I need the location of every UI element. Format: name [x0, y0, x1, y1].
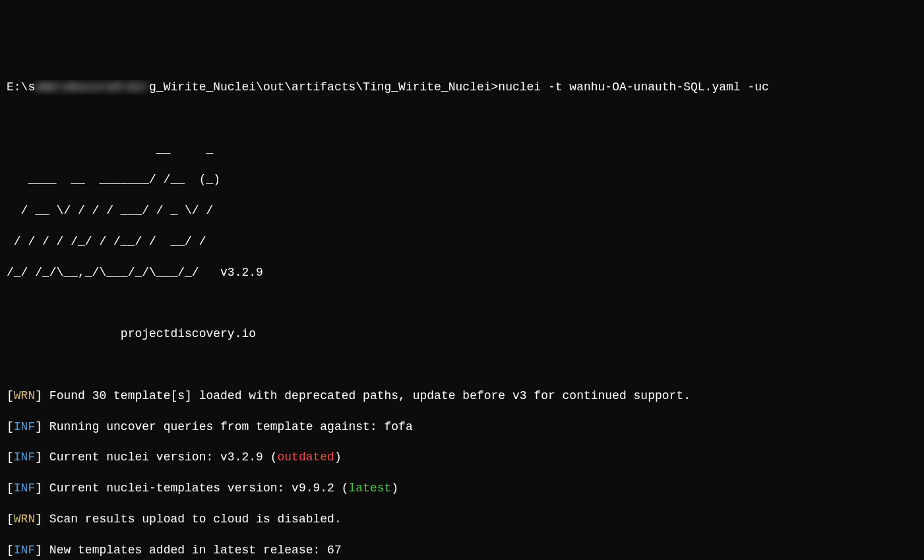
bracket-open: [ — [7, 420, 14, 433]
log-message: Scan results upload to cloud is disabled… — [49, 513, 342, 526]
log-message: Running uncover queries from template ag… — [49, 420, 413, 433]
bracket-close: ] — [35, 482, 49, 495]
blank-line — [7, 111, 917, 126]
log-message: Current nuclei-templates version: v9.9.2… — [49, 482, 349, 495]
tagline: projectdiscovery.io — [7, 327, 917, 342]
prompt-redacted: ome\obscured\dir — [35, 80, 149, 94]
log-message: ) — [334, 451, 342, 464]
bracket-open: [ — [7, 451, 14, 464]
log-line: [WRN] Found 30 template[s] loaded with d… — [7, 389, 917, 404]
blank-line — [7, 358, 917, 373]
ascii-art-line: /_/ /_/\__,_/\___/_/\___/_/ v3.2.9 — [7, 265, 917, 280]
log-message: Current nuclei version: v3.2.9 ( — [49, 451, 278, 464]
prompt-path: g_Wirite_Nuclei\out\artifacts\Ting_Wirit… — [149, 80, 498, 94]
ascii-art-line: __ _ — [7, 142, 917, 157]
prompt-prefix: E:\s — [7, 80, 35, 94]
prompt-line: E:\some\obscured\dirg_Wirite_Nuclei\out\… — [7, 80, 917, 95]
bracket-close: ] — [35, 389, 49, 402]
terminal-output[interactable]: E:\some\obscured\dirg_Wirite_Nuclei\out\… — [7, 65, 917, 560]
bracket-close: ] — [35, 513, 49, 526]
log-line: [INF] Running uncover queries from templ… — [7, 420, 917, 435]
bracket-close: ] — [35, 420, 49, 433]
inf-tag: INF — [14, 544, 35, 557]
bracket-close: ] — [35, 544, 49, 557]
blank-line — [7, 296, 917, 311]
log-line: [INF] New templates added in latest rele… — [7, 543, 917, 558]
log-line: [INF] Current nuclei version: v3.2.9 (ou… — [7, 450, 917, 465]
outdated-label: outdated — [277, 451, 334, 464]
log-message: New templates added in latest release: 6… — [49, 544, 342, 557]
inf-tag: INF — [14, 451, 35, 464]
command-text: nuclei -t wanhu-OA-unauth-SQL.yaml -uc — [498, 80, 768, 94]
inf-tag: INF — [14, 482, 35, 495]
bracket-open: [ — [7, 513, 14, 526]
ascii-art-line: / __ \/ / / / ___/ / _ \/ / — [7, 203, 917, 218]
latest-label: latest — [349, 482, 392, 495]
log-line: [WRN] Scan results upload to cloud is di… — [7, 512, 917, 527]
inf-tag: INF — [14, 420, 35, 433]
log-message: Found 30 template[s] loaded with depreca… — [49, 389, 691, 402]
log-line: [INF] Current nuclei-templates version: … — [7, 481, 917, 496]
bracket-close: ] — [35, 451, 49, 464]
ascii-art-line: / / / / /_/ / /__/ / __/ / — [7, 234, 917, 249]
bracket-open: [ — [7, 389, 14, 402]
bracket-open: [ — [7, 544, 14, 557]
wrn-tag: WRN — [14, 513, 35, 526]
log-message: ) — [391, 482, 398, 495]
bracket-open: [ — [7, 482, 14, 495]
ascii-art-line: ____ __ _______/ /__ (_) — [7, 172, 917, 187]
wrn-tag: WRN — [14, 389, 35, 402]
